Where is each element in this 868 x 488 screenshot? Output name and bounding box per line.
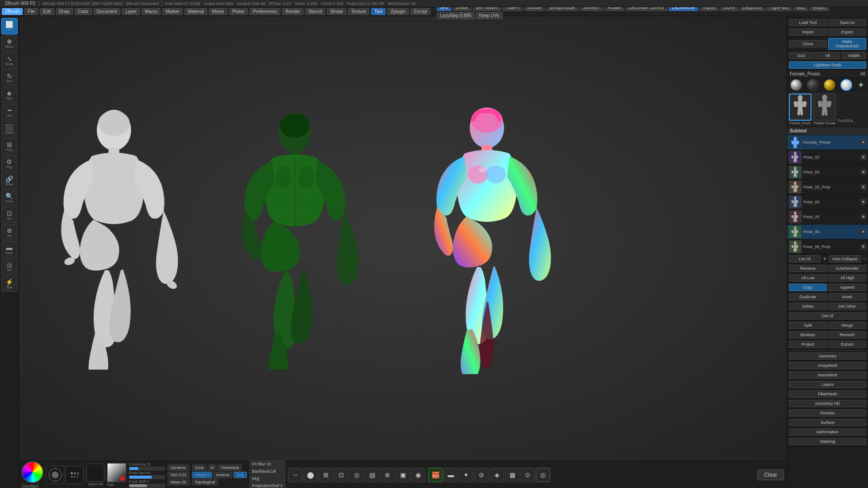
menu-movie[interactable]: Movie [209,8,227,15]
clipcirc-tool-btn[interactable]: ◉ [411,468,425,482]
menu-render[interactable]: Render [282,8,303,15]
tool-frame-btn[interactable]: ⬛ Frame [1,121,18,137]
masking-btn[interactable]: Masking [789,438,866,445]
arraymesh-btn[interactable]: ArrayMesh [789,362,866,369]
selectli2-btn[interactable]: ▦ [505,468,519,482]
menu-zplugin[interactable]: Zplugin [387,8,409,15]
export-tool-btn[interactable]: Export [828,28,866,36]
auto-collapse-btn[interactable]: Auto Collapse [829,255,861,263]
menu-stencil[interactable]: Stencil [305,8,325,15]
subtool-item-pose-02[interactable]: Pose_02 👁 [787,150,868,165]
menu-stroke[interactable]: Stroke [327,8,346,15]
subtool-eye[interactable]: 👁 [861,155,866,160]
delete-btn[interactable]: Delete [789,303,827,310]
subtool-eye[interactable]: 👁 [861,169,866,175]
claybull-btn[interactable]: 🧱 [428,468,443,482]
mrg-btn[interactable]: Mrg [250,475,286,482]
masure-btn[interactable]: ◈ [490,468,504,482]
clone-tool-btn[interactable]: Clone [789,40,827,47]
del-other-btn[interactable]: Del Other [828,303,866,310]
del-all-btn[interactable]: Del All [789,312,866,319]
lightbox-btn[interactable]: Lightbox>Tools [789,61,866,69]
matcap-white[interactable] [840,79,852,91]
keep-uvs-btn[interactable]: Keep UVs [476,12,503,19]
remesh-btn[interactable]: Remesh [828,331,866,338]
subtool-item-pose-03[interactable]: Pose_03 👁 [787,165,868,180]
draw-size-track[interactable] [129,475,165,479]
menu-picker[interactable]: Picker [229,8,248,15]
imbed-btn[interactable]: Imbed 0 [192,472,212,478]
menu-draw[interactable]: Draw [56,8,73,15]
geometry-btn[interactable]: Geometry [789,352,866,360]
append-btn[interactable]: Append [828,284,866,291]
all-low-btn[interactable]: All Low [789,274,827,282]
layers-btn[interactable]: Layers [789,381,866,388]
inverse-btn[interactable]: Inverse [213,472,232,478]
dist-btn[interactable]: Dist 0.02 [168,472,189,478]
brush-dot-btn[interactable] [46,466,64,484]
tool-aaflat-btn[interactable]: ⊕ AA [1,224,18,240]
tool-line-btn[interactable]: ━ Line [1,104,18,120]
tool-settings-btn[interactable]: ◎ Set [1,258,18,275]
deformation-btn[interactable]: Deformation [789,428,866,436]
merge-btn[interactable]: Merge [828,322,866,329]
rename-btn[interactable]: Rename [789,265,827,272]
tool-zoom-btn[interactable]: 🔍 Zoom [1,190,18,206]
menu-layer[interactable]: Layer [122,8,140,15]
menu-color[interactable]: Color [75,8,92,15]
list-all-btn[interactable]: List All [789,255,821,263]
tool-scale-btn[interactable]: ⤡ Scale [1,52,18,69]
subtool-eye[interactable]: 👁 [861,184,866,190]
clear-btn[interactable]: Clear [757,469,784,480]
zremes-tool-btn[interactable]: ⊞ [319,468,333,482]
lazy-step-btn[interactable]: LazyStep 0.895 [437,12,475,19]
menu-item-zbrush[interactable]: ZBrush 4R8 P2 [2,1,38,6]
tool-snap-btn[interactable]: 🔗 Snap [1,173,18,189]
subtool-eye[interactable]: 👁 [861,199,866,205]
color-wheel[interactable] [22,461,43,483]
standard-tool-btn[interactable]: ⬤ [303,468,318,482]
menu-zbrush[interactable]: ZBrush [2,8,23,15]
menu-edit[interactable]: Edit [40,8,54,15]
insert-btn[interactable]: Insert [828,293,866,300]
all-btn[interactable]: All [815,52,840,59]
menu-preferences[interactable]: Preferences [250,8,280,15]
subtool-item-pose-03-prop[interactable]: Pose_03_Prop 👁 [787,180,868,195]
mean-btn[interactable]: Mean 25 [168,479,189,485]
brush-dots-btn[interactable] [66,466,84,484]
star-icon[interactable]: ✦ [857,80,865,90]
subtool-item-pose-06[interactable]: Pose_06 👁 [787,225,868,239]
menu-texture[interactable]: Texture [348,8,369,15]
z-intensity-track[interactable] [129,467,165,470]
macur-btn[interactable]: ⊘ [474,468,489,482]
zproject-tool-btn[interactable]: ⊡ [334,468,349,482]
subtool-item-pose-05[interactable]: Pose_05 👁 [787,210,868,225]
cipcurl-btn[interactable]: ⊙ [520,468,535,482]
load-tool-btn[interactable]: Load Tool [789,19,827,26]
dynamic-btn[interactable]: Dynamic [168,465,189,471]
topological-btn[interactable]: Topological [192,479,218,485]
tool-zplugin-btn[interactable]: ⚙ Plug [1,155,18,172]
menu-file[interactable]: File [24,8,38,15]
project-btn[interactable]: Project [789,341,827,348]
boolean-btn[interactable]: Boolean [789,331,827,338]
duplicate-btn[interactable]: Duplicate [789,293,827,300]
focal-shift-track[interactable] [129,484,165,488]
menu-macro[interactable]: Macro [142,8,160,15]
matcap-grey[interactable] [790,79,802,91]
subtool-eye[interactable]: 👁 [861,244,866,249]
import-tool-btn[interactable]: Import [789,28,827,36]
hpolish-btn[interactable]: ✦ [459,468,473,482]
menu-document[interactable]: Document [94,8,121,15]
visible-btn[interactable]: Visible [841,52,866,59]
move-tool-btn[interactable]: ↔ [288,468,302,482]
tool-dynamesh-btn[interactable]: ◈ Dyn [1,87,18,103]
nanomesh-btn[interactable]: NanoMesh [789,371,866,379]
pa-blur-btn[interactable]: PA Blur 10 [250,461,286,467]
subtool-eye-btn[interactable]: 👁 [861,140,866,145]
clipcirc2-btn[interactable]: ◎ [536,468,550,482]
preview-btn[interactable]: Preview [789,409,866,417]
polymesh-female-thumb[interactable]: PolyMe Female [813,94,836,125]
menu-marker[interactable]: Marker [162,8,183,15]
menu-tool[interactable]: Tool [371,8,386,15]
